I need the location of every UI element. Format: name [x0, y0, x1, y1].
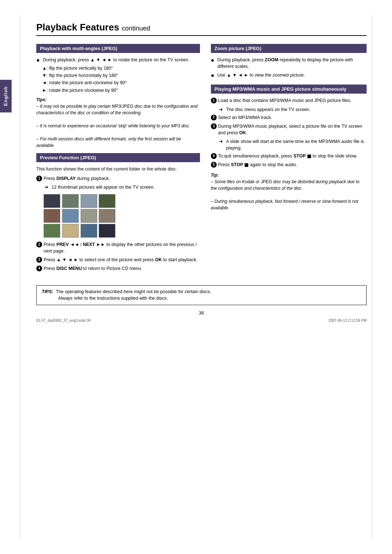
page: English Playback Features continued Play…	[0, 0, 392, 554]
bullet-dot-zoom1: ●	[211, 57, 216, 63]
section-header-zoom: Zoom picture (JPEG)	[211, 44, 367, 53]
sim-step-num-4: 4	[211, 153, 217, 159]
footer-tips-box: TIPS: The operating features described h…	[36, 285, 367, 305]
step-num-3: 3	[36, 257, 42, 263]
stop-symbol-4	[307, 155, 311, 158]
side-tab-english: English	[0, 80, 12, 112]
footer-tips-text1: The operating features described here mi…	[56, 289, 211, 294]
arrow-symbol: ➜	[44, 184, 50, 190]
sim-step-2: 2 Select an MP3/WMA track.	[211, 114, 367, 121]
sub-item-4: ►: rotate the picture clockwise by 90°	[42, 87, 200, 94]
preview-intro: This function shows the content of the c…	[36, 166, 200, 172]
preview-steps: 1 Press DISPLAY during playback. ➜ 12 th…	[36, 175, 200, 272]
file-info: 01-57_dvp5982_37_eng3.indd 36 2007-06-13…	[36, 319, 367, 323]
sim-step-3: 3 During MP3/WMA music playback, select …	[211, 123, 367, 136]
file-info-left: 01-57_dvp5982_37_eng3.indd 36	[36, 319, 91, 323]
sim-step-5: 5 Press STOP again to stop the audio.	[211, 161, 367, 168]
thumb-12	[99, 224, 115, 238]
thumb-5	[44, 209, 60, 223]
zoom-bullet2: ● Use ▲ ▼ ◄ ► to view the zoomed picture…	[211, 72, 367, 79]
footer-tips-text2: Always refer to the instructions supplie…	[58, 296, 168, 301]
multiangle-tips: Tips: – It may not be possible to play c…	[36, 97, 200, 149]
preview-step-3: 3 Press ▲ ▼ ◄ ► to select one of the pic…	[36, 257, 200, 263]
page-number: 36	[36, 310, 367, 316]
arrow-sym-1: ➜	[219, 106, 225, 113]
arrow-sym-3: ➜	[219, 138, 225, 145]
sub-item-2: ▼: flip the picture horizontally by 180°	[42, 72, 200, 79]
thumb-9	[44, 224, 60, 238]
preview-step-2: 2 Press PREV ◄◄ / NEXT ►► to display the…	[36, 241, 200, 254]
main-content: Playback with multi-angles (JPEG) ● Duri…	[36, 44, 367, 274]
thumb-1	[44, 194, 60, 208]
zoom-bullet1: ● During playback, press ZOOM repeatedly…	[211, 57, 367, 70]
step-num-4: 4	[36, 266, 42, 271]
bullet-dot: ●	[36, 57, 41, 63]
right-column: Zoom picture (JPEG) ● During playback, p…	[211, 44, 367, 274]
page-title: Playback Features continued	[36, 22, 367, 36]
section-header-preview: Preview Function (JPEG)	[36, 153, 200, 162]
multiangle-bullet1: ● During playback, press ▲ ▼ ◄ ► to rota…	[36, 57, 200, 63]
simultaneous-tip: Tip: – Some files on Kodak or JPEG disc …	[211, 172, 367, 211]
sub-item-1: ▲: flip the picture vertically by 180°	[42, 65, 200, 71]
multiangle-sublist: ▲: flip the picture vertically by 180° ▼…	[42, 65, 200, 94]
right-margin-line	[372, 15, 372, 539]
sim-step-1-arrow: ➜ The disc menu appears on the TV screen…	[219, 106, 367, 113]
sim-step-num-1: 1	[211, 98, 217, 103]
sim-step-4: 4 To quit simultaneous playback, press S…	[211, 153, 367, 159]
preview-step-1-arrow: ➜ 12 thumbnail pictures will appear on t…	[44, 184, 200, 190]
stop-symbol-5	[245, 163, 248, 167]
preview-step-4: 4 Press DISC MENU to return to Picture C…	[36, 265, 200, 272]
step-num-1: 1	[36, 176, 42, 181]
thumb-11	[81, 224, 97, 238]
left-column: Playback with multi-angles (JPEG) ● Duri…	[36, 44, 200, 274]
footer-tips-label: TIPS:	[42, 289, 53, 294]
thumb-10	[62, 224, 79, 238]
sim-step-3-arrow: ➜ A slide show will start at the same ti…	[219, 138, 367, 151]
sub-item-3: ◄: rotate the picture anti-clockwise by …	[42, 79, 200, 86]
simultaneous-steps: 1 Load a disc that contains MP3/WMA musi…	[211, 97, 367, 168]
section-header-multiangles: Playback with multi-angles (JPEG)	[36, 44, 200, 53]
section-header-simultaneous: Playing MP3/WMA music and JPEG picture s…	[211, 85, 367, 94]
preview-step-1: 1 Press DISPLAY during playback.	[36, 175, 200, 182]
thumb-6	[62, 209, 79, 223]
bullet-dot-zoom2: ●	[211, 72, 216, 79]
step-num-2: 2	[36, 242, 42, 247]
left-margin-line	[20, 15, 20, 539]
thumb-8	[99, 209, 115, 223]
sim-step-num-2: 2	[211, 115, 217, 120]
thumb-7	[81, 209, 97, 223]
sim-step-1: 1 Load a disc that contains MP3/WMA musi…	[211, 97, 367, 104]
sim-step-num-5: 5	[211, 162, 217, 168]
file-info-right: 2007-06-13 2:12:59 PM	[328, 319, 367, 323]
thumbnail-grid	[44, 194, 116, 238]
thumb-3	[81, 194, 97, 208]
sim-step-num-3: 3	[211, 123, 217, 129]
thumb-4	[99, 194, 115, 208]
thumb-2	[62, 194, 79, 208]
